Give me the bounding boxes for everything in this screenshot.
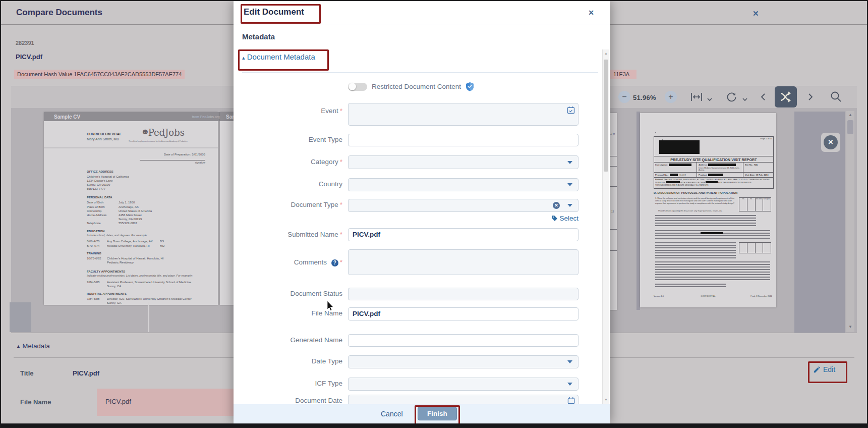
zoom-out-button[interactable]: − [618,91,630,103]
grid-header: Not applic. [763,198,771,211]
scrollbar-thumb[interactable] [604,60,608,172]
submitted-name-field[interactable]: PICV.pdf [348,228,578,241]
pane-divider [636,112,640,310]
clear-icon[interactable]: ✕ [553,202,560,209]
grid-cell [755,243,763,253]
chevron-down-icon[interactable] [567,360,572,363]
icf-type-select[interactable] [348,378,578,391]
modal-header-divider [234,25,610,25]
window-close-icon[interactable]: ✕ [753,9,759,18]
fit-options-chevron-down-icon[interactable] [707,95,713,104]
cancel-button[interactable]: Cancel [381,410,403,418]
restricted-content-toggle[interactable] [348,83,367,91]
speckle [655,132,656,133]
fit-width-icon[interactable] [690,91,703,104]
cv-line: 1234 Doctor's Lane [87,179,113,183]
report-cell-label: Investigator: [655,164,668,166]
modal-close-icon[interactable]: ✕ [588,9,594,17]
modal-section-heading: Metadata [242,32,275,41]
pencil-icon [813,366,821,373]
cv-signature-line [140,160,205,161]
sliver-line [610,229,617,230]
crossed-arrows-icon [779,91,793,103]
cv-line: 7/84-6/88 [87,280,99,284]
event-field[interactable] [348,103,578,126]
field-label: Submitted Name [287,231,338,238]
cv-logo-band: CURRICULUM VITAE Mary Ann Smith, MD ☻Ped… [44,121,218,148]
pedjobs-logo-text: PedJobs [148,127,185,138]
redaction-box [701,232,723,234]
metadata-collapse[interactable]: ▲ Metadata [16,342,50,350]
sliver-line [610,250,617,251]
redaction-box [708,164,736,166]
generated-name-field[interactable] [348,334,578,347]
cv-title: CURRICULUM VITAE [87,132,122,136]
chevron-down-icon[interactable] [567,183,572,186]
cv-line: 8/70-4/74 [87,244,99,248]
cv-line: Sunny, CA 00199 [119,217,142,221]
file-name-label-row: File Name [264,309,342,317]
calendar-icon[interactable] [567,106,575,116]
scrollbar-thumb[interactable] [847,120,853,134]
help-icon[interactable]: ? [331,259,338,266]
field-label: Country [319,180,342,188]
field-label: Document Status [290,290,342,297]
finish-button[interactable]: Finish [418,407,457,420]
cv-line: BS [160,239,164,243]
metadata-row-title-value: PICV.pdf [73,369,99,377]
chevron-down-icon[interactable] [567,161,572,164]
cv-hospital-heading: HOSPITAL APPOINTMENTS [87,292,127,295]
document-type-select[interactable]: ✕ [348,199,578,212]
pedjobs-logo: ☻PedJobs [142,127,185,138]
cv-prep-date: Date of Preparation: 5/01/2005 [130,152,205,156]
field-label: Generated Name [290,336,342,344]
country-label-row: Country [264,180,342,188]
select-link-label: Select [559,215,578,222]
chevron-down-icon[interactable] [567,204,572,207]
report-cell-text: 11-019 [679,174,686,176]
cv-line: 10/75-6/82 [87,256,101,260]
report-cell-label: Visit Date: 19 Feb. 2013 [745,174,768,176]
grid-cell [739,243,747,253]
collapse-triangle-icon: ▴ [242,55,245,61]
previous-page-icon[interactable] [760,92,767,103]
compare-swap-button[interactable] [775,86,797,108]
cv-header-left: Sample CV [54,114,80,120]
next-page-icon[interactable] [807,92,814,103]
report-cell-label: Site No.: N/A [745,164,758,166]
report-page-2: Page 2 of 11 PRE-STUDY SITE QUALIFICATIO… [640,113,776,307]
search-icon[interactable] [829,90,843,105]
comments-textarea[interactable] [348,249,578,275]
category-select[interactable] [348,155,578,169]
rotate-icon[interactable] [725,91,738,105]
document-status-label-row: Document Status [264,290,342,297]
page-title: Compare Documents [16,8,102,18]
scroll-down-icon[interactable]: ▼ [848,325,852,329]
generated-name-label-row: Generated Name [264,336,342,344]
file-name-field[interactable]: PICV.pdf [348,307,578,320]
date-type-select[interactable] [348,355,578,368]
collapse-triangle-icon: ▲ [16,344,21,349]
report-check-grid [739,242,771,253]
metadata-row-filename-label: File Name [20,398,51,406]
event-type-field[interactable] [348,134,578,146]
edit-button[interactable]: Edit [813,365,835,373]
preview-scrollbar[interactable]: ▲ ▼ [846,111,854,332]
select-link[interactable]: Select [551,215,578,222]
modal-scrollbar[interactable]: ▲ ▼ [602,49,609,404]
chevron-down-icon[interactable] [567,383,572,386]
country-select[interactable] [348,178,578,191]
close-preview-button[interactable]: ✕ [821,133,840,152]
cv-line: Home Address [87,213,106,217]
cv-line: 7/84-6/88 [87,297,99,301]
scroll-up-icon[interactable]: ▲ [604,51,608,55]
report-cell-label: Protocol Title: [655,179,668,181]
scroll-up-icon[interactable]: ▲ [848,113,852,117]
redaction-box [670,174,678,176]
cv-line: Pediatric Residency [107,260,134,264]
document-metadata-collapse[interactable]: ▴ Document Metadata [242,52,315,61]
scroll-down-icon[interactable]: ▼ [604,398,608,401]
zoom-in-button[interactable]: + [665,91,677,103]
rotate-options-chevron-down-icon[interactable] [742,95,748,104]
document-status-field[interactable] [348,288,578,300]
